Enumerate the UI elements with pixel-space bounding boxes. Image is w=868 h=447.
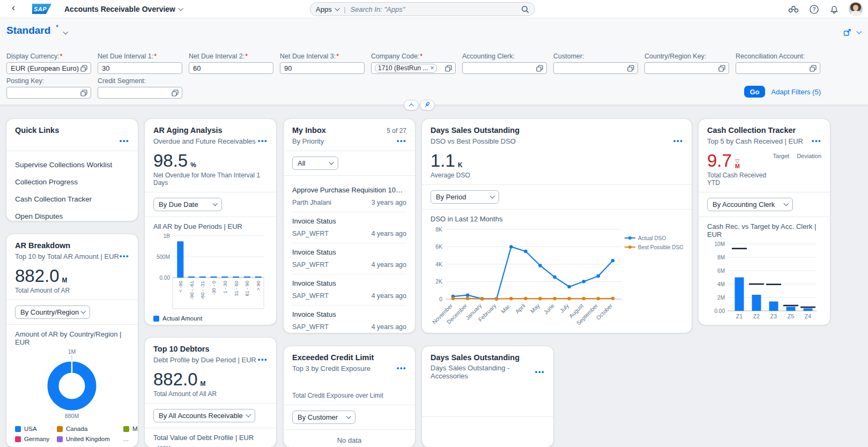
inbox-item[interactable]: Approve Purchase Requisition 10060085 00… — [292, 181, 406, 212]
filter-field: Posting Key: — [6, 77, 91, 99]
overflow-menu-button[interactable]: ••• — [812, 139, 821, 143]
value-help-icon[interactable] — [627, 65, 634, 72]
bar-chart[interactable]: 1B500M0.00< -90-90 - -61-60 - -31-30 - 0… — [153, 232, 268, 313]
divider — [699, 192, 830, 192]
bar-chart[interactable]: 150M — [153, 443, 268, 447]
card-top-debtors: Top 10 Debtors Debt Profile by Due Perio… — [145, 338, 276, 447]
quick-link[interactable]: Supervise Collections Worklist — [15, 157, 129, 174]
inbox-item[interactable]: Invoice Status SAP_WFRT4 years ago — [292, 306, 406, 333]
filter-token[interactable]: 1710 (BestRun ...× — [375, 64, 437, 73]
card-cash-collection-tracker: Cash Collection Tracker Top 5 by Cash Re… — [699, 119, 830, 325]
svg-text:April: April — [514, 302, 526, 315]
priority-filter-select[interactable]: All — [292, 157, 338, 170]
back-icon[interactable]: ‹ — [12, 2, 15, 13]
overflow-menu-button[interactable]: ••• — [673, 139, 683, 143]
overflow-menu-button[interactable]: ••• — [258, 139, 268, 143]
share-icon[interactable] — [843, 28, 852, 37]
remove-token-icon[interactable]: × — [430, 64, 434, 72]
svg-text:< -90: < -90 — [178, 281, 183, 292]
svg-text:0.00: 0.00 — [715, 308, 725, 314]
divider — [422, 416, 553, 417]
overflow-menu-button[interactable]: ••• — [397, 139, 406, 143]
variant-selector[interactable]: Standard * — [6, 25, 68, 36]
search-icon[interactable] — [521, 5, 529, 13]
line-chart[interactable]: 8K6K4K2K0NovemberDecemberJanuaryFebruary… — [431, 224, 683, 332]
filter-field: Net Due Interval 1:* 30 — [98, 53, 182, 74]
chevron-down-icon[interactable] — [856, 29, 861, 34]
filter-input[interactable]: 60 — [189, 62, 273, 74]
collapse-header-button[interactable] — [404, 100, 419, 110]
pin-header-button[interactable] — [420, 100, 435, 110]
quick-link[interactable]: Open Disputes — [15, 208, 129, 221]
filter-label: Reconciliation Account: — [736, 53, 820, 60]
filter-input[interactable] — [462, 62, 547, 74]
binoculars-icon[interactable] — [788, 3, 799, 15]
quick-links-list: Supervise Collections WorklistCollection… — [15, 157, 129, 221]
filter-input[interactable]: EUR (European Euro) — [6, 62, 91, 74]
filter-input[interactable] — [6, 87, 91, 99]
chart-title: All AR by Due Periods | EUR — [153, 222, 268, 230]
overflow-menu-button[interactable]: ••• — [258, 357, 268, 362]
value-help-icon[interactable] — [536, 65, 543, 72]
filter-field: Accounting Clerk: — [462, 53, 547, 74]
view-by-select[interactable]: By Country/Region — [15, 306, 90, 319]
sap-logo[interactable]: SAP — [32, 4, 51, 14]
bell-icon[interactable] — [828, 3, 840, 15]
overflow-menu-button[interactable]: ••• — [120, 254, 129, 258]
search-scope-select[interactable]: Apps — [316, 5, 339, 13]
filter-value: 60 — [192, 64, 270, 72]
value-help-icon[interactable] — [718, 65, 725, 72]
go-button[interactable]: Go — [744, 86, 765, 98]
filter-input[interactable]: 1710 (BestRun ...× — [371, 62, 456, 74]
card-subtitle: Top 3 by Credit Exposure — [292, 364, 370, 372]
view-by-select[interactable]: By Due Date — [153, 198, 222, 211]
value-help-icon[interactable] — [80, 90, 87, 96]
filter-field: Net Due Interval 3:* 90 — [280, 53, 365, 74]
filter-input[interactable] — [98, 87, 182, 99]
search-input[interactable]: Search In: "Apps" — [351, 5, 521, 13]
quick-link[interactable]: Collection Progress — [15, 174, 129, 191]
card-my-inbox: My Inbox5 of 27 By Priority••• All Appro… — [284, 119, 415, 333]
app-title-menu[interactable]: Accounts Receivable Overview — [64, 5, 183, 13]
value-help-icon[interactable] — [445, 65, 452, 72]
inbox-item[interactable]: Invoice Status SAP_WFRT4 years ago — [292, 274, 406, 306]
chart-title: Cash Rec. vs Target by Acc. Clerk | EUR — [707, 222, 821, 239]
divider: | — [344, 5, 345, 13]
overflow-menu-button[interactable]: ••• — [120, 139, 129, 143]
divider — [422, 209, 692, 210]
view-by-select[interactable]: By All Accounts Receivable — [153, 409, 255, 422]
chevron-up-icon — [409, 103, 413, 108]
overflow-menu-button[interactable]: ••• — [535, 370, 545, 374]
shell-actions: ? — [788, 0, 863, 18]
filter-input[interactable] — [644, 62, 729, 74]
svg-text:-30 - 0: -30 - 0 — [211, 281, 217, 295]
view-by-select[interactable]: By Customer — [292, 411, 355, 424]
svg-text:6K: 6K — [435, 243, 442, 250]
divider — [284, 405, 415, 405]
donut-chart[interactable]: 1M880M — [15, 347, 129, 421]
filter-input[interactable] — [553, 62, 638, 74]
view-by-select[interactable]: By Period — [431, 190, 499, 204]
avatar[interactable] — [849, 2, 863, 16]
card-title: Days Sales Outstanding — [431, 353, 520, 362]
filter-input[interactable]: 30 — [98, 62, 182, 74]
inbox-item-title: Approve Purchase Requisition 10060085 00… — [292, 186, 406, 194]
bar-chart[interactable]: 10M8M6M4M2M0.00Z1Z2Z3Z5Z4 — [707, 240, 821, 323]
filter-input[interactable]: 90 — [280, 62, 365, 74]
svg-text:Z4: Z4 — [805, 313, 811, 319]
inbox-item[interactable]: Invoice Status SAP_WFRT4 years ago — [292, 243, 406, 274]
quick-link[interactable]: Cash Collection Tracker — [15, 191, 129, 208]
view-by-select[interactable]: By Accounting Clerk — [707, 198, 793, 211]
value-help-icon[interactable] — [80, 65, 87, 72]
overflow-menu-button[interactable]: ••• — [397, 366, 406, 370]
adapt-filters-link[interactable]: Adapt Filters (5) — [771, 88, 821, 96]
card-title: AR Breakdown — [15, 241, 70, 250]
value-help-icon[interactable] — [172, 90, 179, 96]
inbox-item[interactable]: Invoice Status SAP_WFRT4 years ago — [292, 212, 406, 243]
shell-search[interactable]: Apps | Search In: "Apps" — [310, 2, 535, 16]
filter-input[interactable] — [736, 62, 820, 74]
card-quick-links: Quick Links ••• Supervise Collections Wo… — [6, 119, 138, 221]
filter-label: Customer: — [553, 53, 638, 60]
help-icon[interactable]: ? — [808, 3, 820, 15]
value-help-icon[interactable] — [810, 65, 817, 72]
